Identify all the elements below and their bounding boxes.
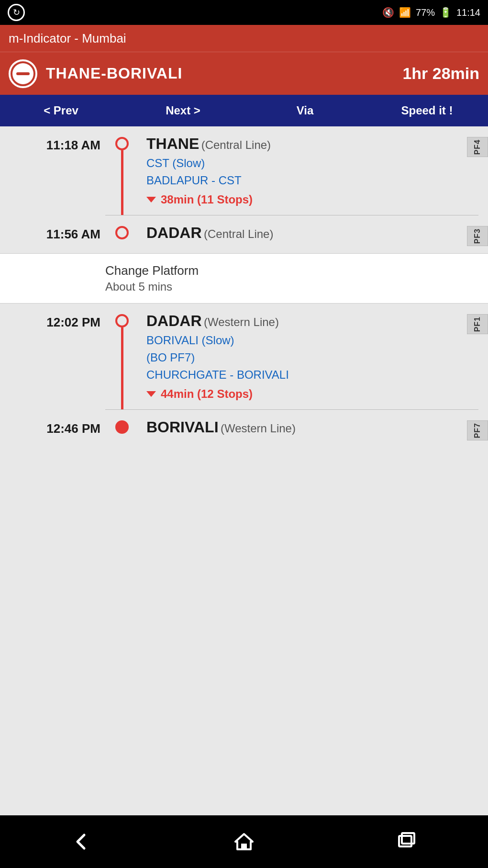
station-line-dadar-western: (Western Line) bbox=[204, 316, 279, 328]
timeline-container: 11:18 AM THANE (Central Line) CST (Slow)… bbox=[0, 126, 488, 815]
nav-prev[interactable]: < Prev bbox=[0, 95, 122, 126]
nav-bar: < Prev Next > Via Speed it ! bbox=[0, 95, 488, 126]
status-left: ↻ bbox=[8, 4, 25, 21]
status-bar: ↻ 🔇 📶 77% 🔋 11:14 bbox=[0, 0, 488, 25]
recents-icon bbox=[396, 831, 417, 852]
back-button[interactable] bbox=[62, 827, 100, 856]
station-name-dadar-western: DADAR bbox=[146, 312, 202, 329]
platform-borivali: PF7 bbox=[467, 420, 488, 440]
line-dadar-central bbox=[105, 215, 139, 253]
platform-dadar-central: PF3 bbox=[467, 226, 488, 246]
time-thane: 11:18 AM bbox=[0, 126, 105, 215]
route-name: THANE-BORIVALI bbox=[46, 65, 182, 82]
train-link-dadar-w-2[interactable]: (BO PF7) bbox=[146, 351, 459, 364]
platform-badge-text-borivali: PF7 bbox=[473, 423, 482, 438]
change-platform-title: Change Platform bbox=[105, 263, 478, 278]
app-bar: m-Indicator - Mumbai bbox=[0, 25, 488, 52]
station-line-thane: (Central Line) bbox=[201, 138, 271, 151]
nav-via[interactable]: Via bbox=[244, 95, 366, 126]
back-icon bbox=[71, 831, 92, 852]
battery-icon: 🔋 bbox=[440, 7, 452, 18]
station-name-dadar-central: DADAR bbox=[146, 224, 202, 241]
station-name-borivali: BORIVALI bbox=[146, 418, 219, 436]
train-link-dadar-w-1[interactable]: BORIVALI (Slow) bbox=[146, 334, 459, 347]
train-link-thane-1[interactable]: CST (Slow) bbox=[146, 157, 459, 170]
line-thane bbox=[105, 126, 139, 215]
route-logo bbox=[9, 59, 37, 88]
info-thane: THANE (Central Line) CST (Slow) BADLAPUR… bbox=[139, 126, 488, 215]
time-dadar-western: 12:02 PM bbox=[0, 304, 105, 409]
battery-percent: 77% bbox=[416, 7, 435, 18]
signal-icon: 📶 bbox=[399, 7, 411, 18]
expand-thane[interactable]: 38min (11 Stops) bbox=[146, 193, 459, 206]
change-platform-box: Change Platform About 5 mins bbox=[0, 253, 488, 304]
station-block-dadar-central: 11:56 AM DADAR (Central Line) PF3 bbox=[0, 215, 488, 253]
route-logo-bar bbox=[16, 72, 30, 75]
line-dadar-western bbox=[105, 304, 139, 409]
train-link-dadar-w-3[interactable]: CHURCHGATE - BORIVALI bbox=[146, 368, 459, 382]
station-line-borivali: (Western Line) bbox=[221, 422, 296, 435]
svg-rect-1 bbox=[241, 844, 247, 849]
platform-badge-text-thane: PF4 bbox=[473, 139, 482, 155]
platform-thane: PF4 bbox=[467, 137, 488, 157]
info-borivali: BORIVALI (Western Line) bbox=[139, 410, 488, 448]
mute-icon: 🔇 bbox=[382, 7, 394, 18]
clock: 11:14 bbox=[456, 7, 480, 18]
station-block-thane: 11:18 AM THANE (Central Line) CST (Slow)… bbox=[0, 126, 488, 215]
route-logo-inner bbox=[12, 63, 33, 84]
node-dadar-central bbox=[115, 226, 129, 239]
train-link-thane-2[interactable]: BADLAPUR - CST bbox=[146, 174, 459, 187]
expand-dadar-western[interactable]: 44min (12 Stops) bbox=[146, 387, 459, 401]
node-borivali bbox=[115, 420, 129, 434]
platform-badge-text-dadar-c: PF3 bbox=[473, 228, 482, 244]
platform-dadar-western: PF1 bbox=[467, 314, 488, 334]
node-thane bbox=[115, 137, 129, 150]
refresh-icon: ↻ bbox=[8, 4, 25, 21]
bottom-nav bbox=[0, 815, 488, 868]
expand-text-thane: 38min (11 Stops) bbox=[161, 193, 253, 206]
connector-dadar-western bbox=[121, 327, 123, 409]
expand-text-dadar-w: 44min (12 Stops) bbox=[161, 387, 253, 401]
home-button[interactable] bbox=[225, 827, 263, 856]
time-dadar-central: 11:56 AM bbox=[0, 215, 105, 253]
recents-button[interactable] bbox=[388, 827, 426, 856]
station-block-borivali: 12:46 PM BORIVALI (Western Line) PF7 bbox=[0, 410, 488, 448]
svg-rect-3 bbox=[402, 833, 414, 844]
info-dadar-western: DADAR (Western Line) BORIVALI (Slow) (BO… bbox=[139, 304, 488, 409]
station-block-dadar-western: 12:02 PM DADAR (Western Line) BORIVALI (… bbox=[0, 304, 488, 409]
app-title: m-Indicator - Mumbai bbox=[9, 31, 126, 46]
chevron-dadar-w bbox=[146, 391, 156, 397]
platform-badge-text-dadar-w: PF1 bbox=[473, 316, 482, 332]
station-name-thane: THANE bbox=[146, 135, 199, 152]
nav-speed[interactable]: Speed it ! bbox=[366, 95, 488, 126]
info-dadar-central: DADAR (Central Line) bbox=[139, 215, 488, 253]
svg-rect-2 bbox=[399, 836, 411, 846]
nav-next[interactable]: Next > bbox=[122, 95, 244, 126]
route-duration: 1hr 28min bbox=[402, 64, 479, 83]
route-header: THANE-BORIVALI 1hr 28min bbox=[0, 52, 488, 95]
chevron-thane bbox=[146, 197, 156, 203]
route-logo-name: THANE-BORIVALI bbox=[9, 59, 182, 88]
status-right: 🔇 📶 77% 🔋 11:14 bbox=[382, 7, 480, 18]
time-borivali: 12:46 PM bbox=[0, 410, 105, 448]
change-platform-time: About 5 mins bbox=[105, 280, 478, 293]
line-borivali bbox=[105, 410, 139, 448]
home-icon bbox=[233, 831, 255, 852]
node-dadar-western bbox=[115, 314, 129, 327]
connector-thane bbox=[121, 150, 123, 215]
station-line-dadar-central: (Central Line) bbox=[204, 227, 273, 240]
